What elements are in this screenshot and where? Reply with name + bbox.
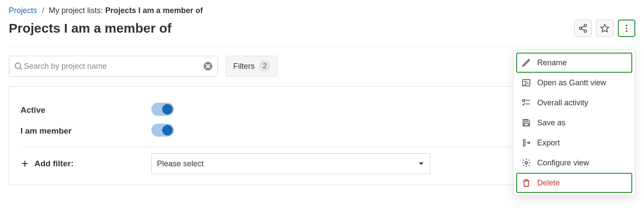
- svg-point-8: [626, 30, 627, 32]
- menu-item-label: Rename: [537, 58, 567, 67]
- toolbar-actions: [574, 20, 635, 37]
- clear-search-button[interactable]: [203, 61, 213, 71]
- star-icon: [600, 24, 610, 33]
- svg-point-7: [626, 27, 627, 29]
- svg-rect-16: [523, 100, 525, 102]
- menu-item-export[interactable]: Export: [516, 133, 632, 153]
- svg-point-2: [584, 30, 587, 33]
- save-icon: [521, 118, 531, 128]
- search-input[interactable]: [23, 61, 203, 71]
- svg-point-1: [579, 27, 582, 30]
- plus-icon: [20, 159, 29, 168]
- menu-item-rename[interactable]: Rename: [516, 53, 632, 73]
- menu-item-configure[interactable]: Configure view: [516, 153, 632, 173]
- add-filter-select[interactable]: Please select: [151, 153, 430, 174]
- menu-item-gantt[interactable]: Open as Gantt view: [516, 73, 632, 93]
- share-button[interactable]: [574, 20, 592, 37]
- pencil-icon: [521, 58, 531, 67]
- clear-icon: [203, 61, 213, 71]
- chevron-down-icon: [418, 160, 425, 167]
- filters-button-label: Filters: [233, 62, 255, 71]
- breadcrumb-current: Projects I am a member of: [105, 6, 203, 15]
- search-icon: [14, 61, 23, 71]
- menu-item-label: Delete: [537, 178, 560, 188]
- gear-icon: [521, 158, 531, 168]
- filters-count-badge: 2: [259, 61, 270, 72]
- share-icon: [578, 24, 588, 33]
- menu-item-label: Open as Gantt view: [537, 78, 606, 87]
- menu-item-activity[interactable]: Overall activity: [516, 93, 632, 113]
- menu-item-save-as[interactable]: Save as: [516, 113, 632, 133]
- list-check-icon: [521, 98, 531, 108]
- breadcrumb: Projects / My project lists: Projects I …: [9, 6, 635, 15]
- breadcrumb-projects-link[interactable]: Projects: [9, 6, 37, 15]
- menu-item-label: Save as: [537, 118, 566, 128]
- filter-toggle-active[interactable]: [151, 103, 174, 116]
- svg-point-21: [525, 161, 528, 164]
- breadcrumb-separator: /: [42, 6, 44, 15]
- menu-item-label: Configure view: [537, 158, 589, 168]
- filter-toggle-member[interactable]: [151, 124, 174, 137]
- more-actions-button[interactable]: [618, 20, 635, 37]
- svg-line-4: [582, 29, 584, 30]
- breadcrumb-section: My project lists:: [49, 6, 103, 15]
- more-vertical-icon: [622, 24, 631, 33]
- add-filter-select-value: Please select: [157, 159, 204, 168]
- svg-point-9: [15, 63, 21, 69]
- more-actions-menu: Rename Open as Gantt view Overall activi…: [513, 50, 635, 196]
- menu-item-label: Overall activity: [537, 98, 588, 108]
- menu-item-delete[interactable]: Delete: [516, 173, 632, 193]
- add-filter-label: Add filter:: [34, 159, 74, 168]
- search-input-wrapper: [9, 56, 218, 77]
- favorite-button[interactable]: [596, 20, 613, 37]
- filters-button[interactable]: Filters 2: [226, 56, 278, 77]
- filter-label-active: Active: [20, 105, 151, 115]
- filter-label-member: I am member: [20, 126, 151, 136]
- svg-marker-5: [601, 24, 609, 32]
- svg-rect-19: [524, 123, 528, 126]
- svg-line-3: [582, 26, 584, 28]
- page-title: Projects I am a member of: [9, 21, 171, 36]
- svg-line-10: [20, 68, 22, 70]
- menu-item-label: Export: [537, 138, 560, 148]
- trash-icon: [521, 178, 531, 188]
- gantt-icon: [521, 78, 531, 87]
- export-icon: [521, 138, 531, 148]
- svg-point-0: [584, 24, 587, 27]
- svg-point-6: [626, 25, 627, 27]
- svg-rect-20: [525, 120, 527, 122]
